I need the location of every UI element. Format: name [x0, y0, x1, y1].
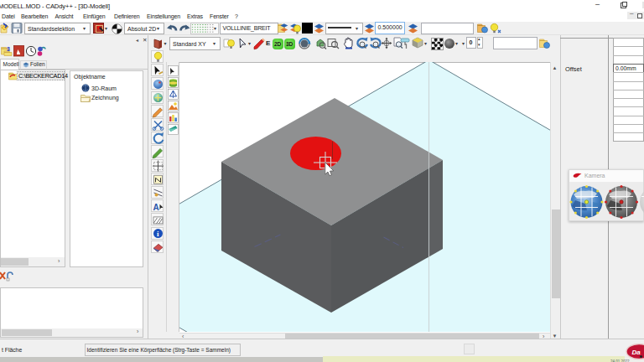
svg-text:Da: Da [632, 349, 641, 356]
svg-text:A: A [153, 203, 159, 212]
svg-text:3: 3 [7, 46, 10, 52]
